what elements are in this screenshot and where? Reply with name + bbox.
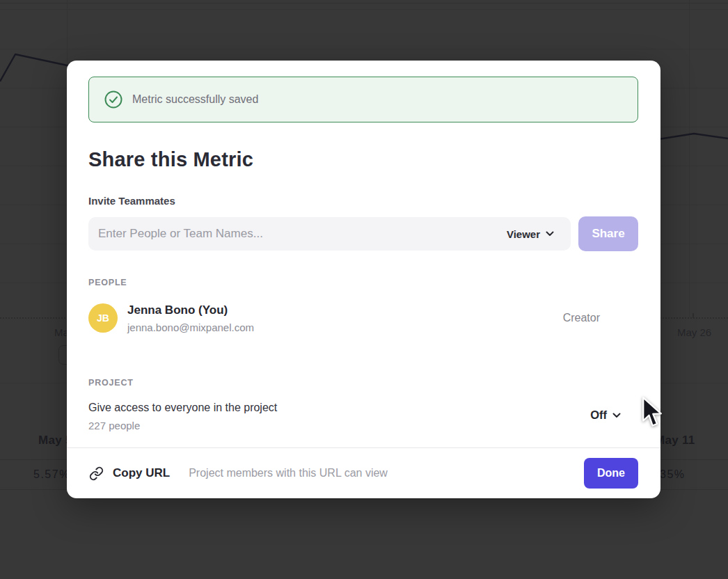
invite-input-container: Viewer <box>88 217 571 251</box>
share-button[interactable]: Share <box>578 216 638 251</box>
invite-input[interactable] <box>98 227 507 241</box>
project-access-title: Give access to everyone in the project <box>88 402 277 414</box>
project-access-subtitle: 227 people <box>88 420 140 431</box>
avatar: JB <box>88 303 118 333</box>
person-info: Jenna Bono (You) jenna.bono@mixpanel.com <box>127 303 563 333</box>
role-dropdown[interactable]: Viewer <box>507 228 554 240</box>
invite-teammates-label: Invite Teammates <box>88 195 175 207</box>
copy-url-label: Copy URL <box>113 466 170 480</box>
chevron-down-icon <box>546 231 554 237</box>
person-role: Creator <box>563 312 600 324</box>
modal-footer: Copy URL Project members with this URL c… <box>67 447 660 498</box>
project-section-label: PROJECT <box>88 378 134 388</box>
chevron-down-icon <box>612 413 621 418</box>
role-dropdown-value: Viewer <box>507 228 540 240</box>
person-row: JB Jenna Bono (You) jenna.bono@mixpanel.… <box>88 301 638 335</box>
done-button[interactable]: Done <box>584 458 638 489</box>
project-access-value: Off <box>590 409 607 422</box>
link-icon <box>89 466 104 481</box>
share-metric-modal: Metric successfully saved Share this Met… <box>67 61 660 498</box>
modal-title: Share this Metric <box>88 148 253 171</box>
person-email: jenna.bono@mixpanel.com <box>127 322 563 333</box>
project-access-dropdown[interactable]: Off <box>590 409 621 422</box>
footer-hint: Project members with this URL can view <box>189 467 388 479</box>
check-circle-icon <box>104 90 122 109</box>
toast-message: Metric successfully saved <box>132 93 258 106</box>
people-section-label: PEOPLE <box>88 278 127 287</box>
copy-url-button[interactable]: Copy URL <box>89 466 170 481</box>
person-name: Jenna Bono (You) <box>127 303 563 317</box>
success-toast: Metric successfully saved <box>88 77 638 122</box>
